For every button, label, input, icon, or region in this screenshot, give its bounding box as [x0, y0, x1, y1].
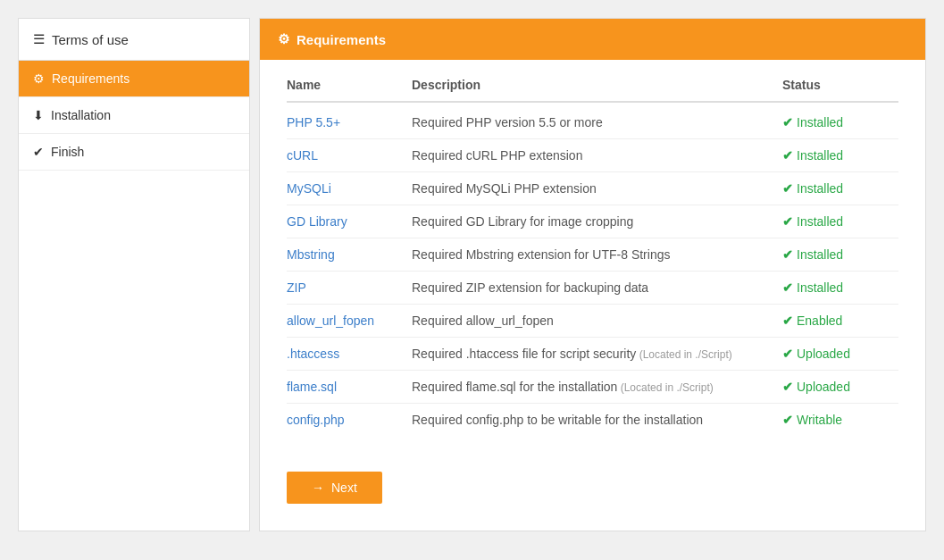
table-rows-container: PHP 5.5+Required PHP version 5.5 or more… — [287, 106, 898, 436]
status-check-icon: ✔ — [782, 380, 793, 394]
main-content: ⚙ Requirements Name Description Status P… — [259, 18, 926, 531]
status-label: Enabled — [797, 313, 842, 328]
status-check-icon: ✔ — [782, 347, 793, 361]
status-check-icon: ✔ — [782, 247, 793, 262]
cell-description: Required cURL PHP extension — [412, 148, 782, 163]
table-row: flame.sqlRequired flame.sql for the inst… — [287, 371, 898, 404]
next-arrow-icon: → — [312, 481, 324, 495]
cell-name: .htaccess — [287, 347, 412, 361]
status-label: Uploaded — [797, 380, 850, 394]
cell-status: ✔Writable — [782, 413, 898, 427]
cell-description: Required GD Library for image cropping — [412, 214, 782, 229]
table-header: Name Description Status — [287, 78, 898, 103]
status-label: Installed — [797, 280, 843, 295]
table-row: GD LibraryRequired GD Library for image … — [287, 205, 898, 238]
sidebar: ☰ Terms of use ⚙ Requirements ⬇ Installa… — [18, 18, 250, 531]
status-label: Installed — [797, 214, 843, 229]
next-button-label: Next — [331, 481, 357, 495]
next-button[interactable]: → Next — [287, 472, 382, 504]
cell-description: Required allow_url_fopen — [412, 313, 782, 328]
gear-icon: ⚙ — [33, 71, 45, 86]
status-check-icon: ✔ — [782, 148, 793, 163]
cell-description: Required PHP version 5.5 or more — [412, 115, 782, 130]
cell-name: MySQLi — [287, 181, 412, 196]
cell-status: ✔Installed — [782, 280, 898, 295]
col-header-status: Status — [782, 78, 898, 92]
cell-name: GD Library — [287, 214, 412, 229]
cell-status: ✔Uploaded — [782, 347, 898, 361]
cell-status: ✔Enabled — [782, 313, 898, 328]
sidebar-item-installation[interactable]: ⬇ Installation — [19, 97, 249, 134]
status-check-icon: ✔ — [782, 115, 793, 130]
table-row: .htaccessRequired .htaccess file for scr… — [287, 338, 898, 371]
sidebar-item-installation-label: Installation — [51, 108, 111, 122]
sidebar-header-label: Terms of use — [52, 32, 129, 47]
sidebar-item-requirements[interactable]: ⚙ Requirements — [19, 61, 249, 97]
cell-status: ✔Installed — [782, 247, 898, 262]
table-row: PHP 5.5+Required PHP version 5.5 or more… — [287, 106, 898, 139]
cell-description: Required Mbstring extension for UTF-8 St… — [412, 247, 782, 262]
sidebar-item-finish-label: Finish — [51, 145, 84, 159]
requirements-table: Name Description Status PHP 5.5+Required… — [260, 60, 925, 454]
checkmark-icon: ✔ — [33, 145, 44, 159]
sidebar-header: ☰ Terms of use — [19, 19, 249, 61]
status-label: Writable — [797, 413, 842, 427]
status-label: Installed — [797, 115, 843, 130]
status-check-icon: ✔ — [782, 181, 793, 196]
cell-status: ✔Installed — [782, 214, 898, 229]
status-check-icon: ✔ — [782, 413, 793, 427]
cell-description: Required MySQLi PHP extension — [412, 181, 782, 196]
page-wrapper: ☰ Terms of use ⚙ Requirements ⬇ Installa… — [18, 18, 926, 531]
cell-status: ✔Installed — [782, 148, 898, 163]
status-check-icon: ✔ — [782, 280, 793, 295]
status-label: Installed — [797, 148, 843, 163]
table-row: config.phpRequired config.php to be writ… — [287, 404, 898, 436]
cell-description: Required config.php to be writable for t… — [412, 413, 782, 427]
cell-desc-note: (Located in ./Script) — [636, 348, 731, 361]
download-icon: ⬇ — [33, 108, 44, 122]
cell-name: flame.sql — [287, 380, 412, 394]
cell-status: ✔Installed — [782, 181, 898, 196]
col-header-name: Name — [287, 78, 412, 92]
status-label: Installed — [797, 247, 843, 262]
table-row: MbstringRequired Mbstring extension for … — [287, 238, 898, 272]
hamburger-icon: ☰ — [33, 31, 45, 47]
cell-name: allow_url_fopen — [287, 313, 412, 328]
sidebar-item-requirements-label: Requirements — [52, 71, 129, 86]
cell-desc-note: (Located in ./Script) — [617, 381, 713, 394]
cell-name: config.php — [287, 413, 412, 427]
cell-status: ✔Uploaded — [782, 380, 898, 394]
col-header-description: Description — [412, 78, 782, 92]
status-label: Uploaded — [797, 347, 850, 361]
table-row: cURLRequired cURL PHP extension✔Installe… — [287, 139, 898, 172]
table-row: ZIPRequired ZIP extension for backuping … — [287, 272, 898, 305]
cell-name: PHP 5.5+ — [287, 115, 412, 130]
table-row: allow_url_fopenRequired allow_url_fopen✔… — [287, 305, 898, 338]
cell-name: cURL — [287, 148, 412, 163]
cell-name: Mbstring — [287, 247, 412, 262]
status-check-icon: ✔ — [782, 313, 793, 328]
header-gear-icon: ⚙ — [278, 31, 289, 47]
main-header: ⚙ Requirements — [260, 19, 925, 60]
table-row: MySQLiRequired MySQLi PHP extension✔Inst… — [287, 172, 898, 205]
sidebar-item-finish[interactable]: ✔ Finish — [19, 134, 249, 171]
cell-description: Required .htaccess file for script secur… — [412, 347, 782, 361]
status-label: Installed — [797, 181, 843, 196]
cell-name: ZIP — [287, 280, 412, 295]
main-header-label: Requirements — [297, 32, 386, 47]
cell-status: ✔Installed — [782, 115, 898, 130]
status-check-icon: ✔ — [782, 214, 793, 229]
cell-description: Required ZIP extension for backuping dat… — [412, 280, 782, 295]
next-btn-wrapper: → Next — [260, 454, 925, 531]
cell-description: Required flame.sql for the installation … — [412, 380, 782, 394]
